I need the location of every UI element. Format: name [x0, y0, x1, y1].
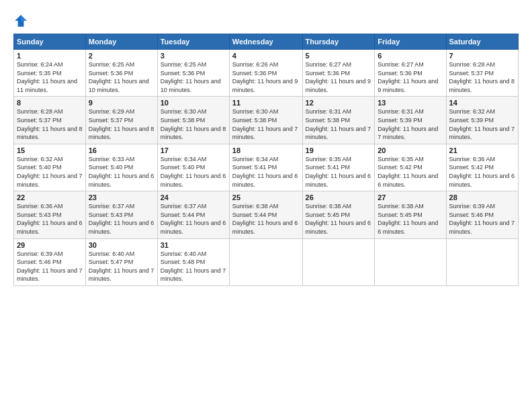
- day-number: 5: [306, 52, 372, 60]
- day-cell-25: 25Sunrise: 6:38 AMSunset: 5:44 PMDayligh…: [229, 191, 302, 238]
- day-info: Sunrise: 6:35 AMSunset: 5:41 PMDaylight:…: [306, 155, 372, 189]
- day-number: 26: [306, 193, 372, 201]
- day-number: 8: [17, 99, 83, 107]
- day-number: 13: [378, 99, 443, 107]
- day-number: 14: [449, 99, 515, 107]
- day-info: Sunrise: 6:24 AMSunset: 5:35 PMDaylight:…: [17, 60, 83, 94]
- svg-marker-1: [21, 15, 27, 21]
- day-info: Sunrise: 6:33 AMSunset: 5:40 PMDaylight:…: [89, 155, 154, 189]
- day-number: 27: [378, 193, 443, 201]
- week-row-4: 22Sunrise: 6:36 AMSunset: 5:43 PMDayligh…: [14, 191, 519, 238]
- day-number: 4: [232, 52, 300, 60]
- day-number: 10: [161, 99, 226, 107]
- page: SundayMondayTuesdayWednesdayThursdayFrid…: [0, 0, 532, 411]
- col-header-tuesday: Tuesday: [157, 34, 229, 50]
- logo: [13, 12, 31, 28]
- day-cell-30: 30Sunrise: 6:40 AMSunset: 5:47 PMDayligh…: [85, 238, 157, 285]
- day-number: 25: [232, 193, 300, 201]
- day-info: Sunrise: 6:40 AMSunset: 5:48 PMDaylight:…: [161, 250, 226, 283]
- day-info: Sunrise: 6:38 AMSunset: 5:44 PMDaylight:…: [232, 202, 300, 236]
- day-cell-29: 29Sunrise: 6:39 AMSunset: 5:46 PMDayligh…: [14, 238, 86, 285]
- day-number: 19: [306, 146, 372, 154]
- day-number: 1: [17, 52, 83, 60]
- day-number: 28: [449, 193, 515, 201]
- col-header-friday: Friday: [375, 34, 446, 50]
- day-cell-empty: [302, 238, 375, 285]
- day-cell-5: 5Sunrise: 6:27 AMSunset: 5:36 PMDaylight…: [302, 50, 375, 97]
- day-cell-empty: [229, 238, 302, 285]
- day-number: 31: [161, 241, 226, 249]
- day-number: 9: [89, 99, 154, 107]
- week-row-1: 1Sunrise: 6:24 AMSunset: 5:35 PMDaylight…: [14, 50, 519, 97]
- day-number: 16: [89, 146, 154, 154]
- day-number: 30: [89, 241, 154, 249]
- day-cell-14: 14Sunrise: 6:32 AMSunset: 5:39 PMDayligh…: [446, 97, 518, 144]
- day-info: Sunrise: 6:37 AMSunset: 5:44 PMDaylight:…: [161, 202, 226, 236]
- day-info: Sunrise: 6:27 AMSunset: 5:36 PMDaylight:…: [378, 60, 443, 94]
- week-row-3: 15Sunrise: 6:32 AMSunset: 5:40 PMDayligh…: [14, 144, 519, 191]
- day-info: Sunrise: 6:40 AMSunset: 5:47 PMDaylight:…: [89, 250, 154, 283]
- day-cell-4: 4Sunrise: 6:26 AMSunset: 5:36 PMDaylight…: [229, 50, 302, 97]
- day-cell-18: 18Sunrise: 6:34 AMSunset: 5:41 PMDayligh…: [229, 144, 302, 191]
- col-header-thursday: Thursday: [302, 34, 375, 50]
- day-cell-24: 24Sunrise: 6:37 AMSunset: 5:44 PMDayligh…: [157, 191, 229, 238]
- day-info: Sunrise: 6:38 AMSunset: 5:45 PMDaylight:…: [306, 202, 372, 236]
- day-cell-28: 28Sunrise: 6:39 AMSunset: 5:46 PMDayligh…: [446, 191, 518, 238]
- day-info: Sunrise: 6:39 AMSunset: 5:46 PMDaylight:…: [449, 202, 515, 236]
- day-cell-empty: [375, 238, 446, 285]
- day-cell-15: 15Sunrise: 6:32 AMSunset: 5:40 PMDayligh…: [14, 144, 86, 191]
- day-cell-21: 21Sunrise: 6:36 AMSunset: 5:42 PMDayligh…: [446, 144, 518, 191]
- day-number: 18: [232, 146, 300, 154]
- day-cell-3: 3Sunrise: 6:25 AMSunset: 5:36 PMDaylight…: [157, 50, 229, 97]
- day-info: Sunrise: 6:29 AMSunset: 5:37 PMDaylight:…: [89, 107, 154, 141]
- week-row-5: 29Sunrise: 6:39 AMSunset: 5:46 PMDayligh…: [14, 238, 519, 285]
- day-info: Sunrise: 6:38 AMSunset: 5:45 PMDaylight:…: [378, 202, 443, 236]
- day-info: Sunrise: 6:36 AMSunset: 5:43 PMDaylight:…: [17, 202, 83, 236]
- day-cell-16: 16Sunrise: 6:33 AMSunset: 5:40 PMDayligh…: [85, 144, 157, 191]
- day-cell-1: 1Sunrise: 6:24 AMSunset: 5:35 PMDaylight…: [14, 50, 86, 97]
- day-info: Sunrise: 6:25 AMSunset: 5:36 PMDaylight:…: [89, 60, 154, 94]
- day-cell-7: 7Sunrise: 6:28 AMSunset: 5:37 PMDaylight…: [446, 50, 518, 97]
- day-cell-11: 11Sunrise: 6:30 AMSunset: 5:38 PMDayligh…: [229, 97, 302, 144]
- col-header-saturday: Saturday: [446, 34, 518, 50]
- day-cell-20: 20Sunrise: 6:35 AMSunset: 5:42 PMDayligh…: [375, 144, 446, 191]
- logo-icon: [13, 13, 28, 28]
- day-cell-23: 23Sunrise: 6:37 AMSunset: 5:43 PMDayligh…: [85, 191, 157, 238]
- col-header-wednesday: Wednesday: [229, 34, 302, 50]
- day-info: Sunrise: 6:34 AMSunset: 5:40 PMDaylight:…: [161, 155, 226, 189]
- day-cell-13: 13Sunrise: 6:31 AMSunset: 5:39 PMDayligh…: [375, 97, 446, 144]
- day-info: Sunrise: 6:32 AMSunset: 5:40 PMDaylight:…: [17, 155, 83, 189]
- day-info: Sunrise: 6:28 AMSunset: 5:37 PMDaylight:…: [449, 60, 515, 94]
- day-info: Sunrise: 6:35 AMSunset: 5:42 PMDaylight:…: [378, 155, 443, 189]
- day-number: 6: [378, 52, 443, 60]
- col-header-sunday: Sunday: [14, 34, 86, 50]
- calendar: SundayMondayTuesdayWednesdayThursdayFrid…: [13, 34, 519, 286]
- day-number: 24: [161, 193, 226, 201]
- header-row: SundayMondayTuesdayWednesdayThursdayFrid…: [14, 34, 519, 50]
- day-info: Sunrise: 6:25 AMSunset: 5:36 PMDaylight:…: [161, 60, 226, 94]
- day-cell-6: 6Sunrise: 6:27 AMSunset: 5:36 PMDaylight…: [375, 50, 446, 97]
- day-info: Sunrise: 6:30 AMSunset: 5:38 PMDaylight:…: [232, 107, 300, 141]
- day-number: 7: [449, 52, 515, 60]
- day-info: Sunrise: 6:31 AMSunset: 5:39 PMDaylight:…: [378, 107, 443, 141]
- day-number: 15: [17, 146, 83, 154]
- day-info: Sunrise: 6:26 AMSunset: 5:36 PMDaylight:…: [232, 60, 300, 94]
- col-header-monday: Monday: [85, 34, 157, 50]
- day-info: Sunrise: 6:39 AMSunset: 5:46 PMDaylight:…: [17, 250, 83, 283]
- day-cell-27: 27Sunrise: 6:38 AMSunset: 5:45 PMDayligh…: [375, 191, 446, 238]
- day-cell-19: 19Sunrise: 6:35 AMSunset: 5:41 PMDayligh…: [302, 144, 375, 191]
- day-number: 11: [232, 99, 300, 107]
- day-number: 21: [449, 146, 515, 154]
- day-info: Sunrise: 6:32 AMSunset: 5:39 PMDaylight:…: [449, 107, 515, 141]
- day-cell-10: 10Sunrise: 6:30 AMSunset: 5:38 PMDayligh…: [157, 97, 229, 144]
- day-info: Sunrise: 6:31 AMSunset: 5:38 PMDaylight:…: [306, 107, 372, 141]
- day-info: Sunrise: 6:28 AMSunset: 5:37 PMDaylight:…: [17, 107, 83, 141]
- week-row-2: 8Sunrise: 6:28 AMSunset: 5:37 PMDaylight…: [14, 97, 519, 144]
- day-number: 22: [17, 193, 83, 201]
- day-number: 29: [17, 241, 83, 249]
- day-number: 12: [306, 99, 372, 107]
- day-info: Sunrise: 6:27 AMSunset: 5:36 PMDaylight:…: [306, 60, 372, 94]
- day-info: Sunrise: 6:34 AMSunset: 5:41 PMDaylight:…: [232, 155, 300, 189]
- day-cell-17: 17Sunrise: 6:34 AMSunset: 5:40 PMDayligh…: [157, 144, 229, 191]
- day-cell-31: 31Sunrise: 6:40 AMSunset: 5:48 PMDayligh…: [157, 238, 229, 285]
